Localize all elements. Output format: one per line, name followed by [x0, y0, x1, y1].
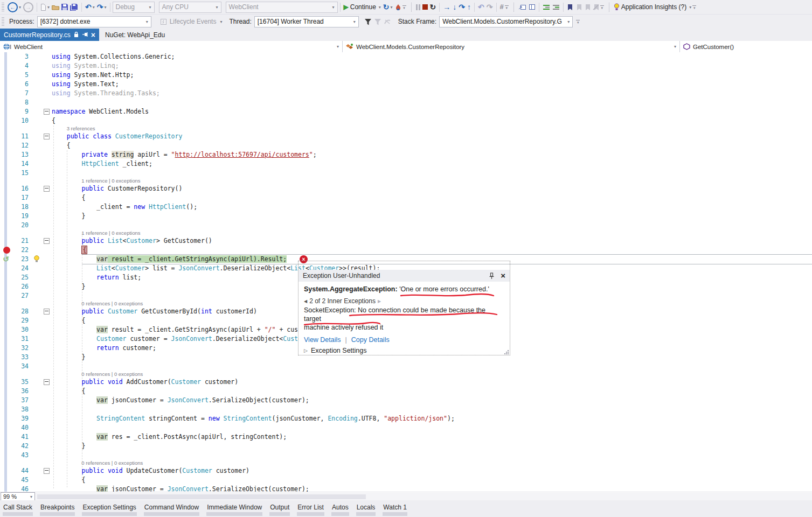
- stack-frame-combobox[interactable]: WebClient.Models.CustomerRepository.G▾: [439, 16, 573, 27]
- outline-margin[interactable]: [32, 466, 52, 476]
- breakpoint-margin[interactable]: [0, 98, 14, 107]
- prev-inner-icon[interactable]: ◀: [304, 299, 307, 304]
- continue-button[interactable]: ▶ Continue▾: [343, 1, 382, 13]
- outline-margin[interactable]: [32, 405, 52, 414]
- outline-margin[interactable]: [32, 141, 52, 150]
- filter-flagged-button[interactable]: [373, 16, 383, 27]
- breakpoint-margin[interactable]: [0, 80, 14, 89]
- breakpoint-margin[interactable]: [0, 485, 14, 492]
- lifecycle-events-button[interactable]: Lifecycle Events▾: [159, 16, 224, 27]
- outline-margin[interactable]: [32, 184, 52, 193]
- breakpoint-margin[interactable]: [0, 466, 14, 476]
- breakpoint-margin[interactable]: [0, 107, 14, 116]
- breakpoint-margin[interactable]: [0, 52, 14, 61]
- close-icon[interactable]: ×: [91, 32, 95, 38]
- panel-tab-watch-1[interactable]: Watch 1: [383, 500, 407, 516]
- view-details-link[interactable]: View Details: [304, 336, 341, 344]
- breakpoint-margin[interactable]: [0, 353, 14, 362]
- save-button[interactable]: [60, 1, 69, 13]
- panel-tab-call-stack[interactable]: Call Stack: [3, 500, 33, 516]
- new-file-button[interactable]: ▾: [39, 1, 51, 13]
- breakpoint-margin[interactable]: [0, 442, 14, 451]
- breakpoint-margin[interactable]: [0, 387, 14, 396]
- resize-grip[interactable]: [504, 350, 509, 354]
- outline-margin[interactable]: [32, 98, 52, 107]
- breakpoint-margin[interactable]: [0, 132, 14, 141]
- breakpoint-margin[interactable]: [0, 71, 14, 80]
- outline-margin[interactable]: [32, 451, 52, 460]
- breakpoint-margin[interactable]: [0, 89, 14, 98]
- breakpoint-margin[interactable]: [0, 202, 14, 212]
- outline-margin[interactable]: [32, 334, 52, 344]
- outline-margin[interactable]: [32, 291, 52, 301]
- type-dropdown[interactable]: WebClient.Models.CustomerRepository ▾: [343, 41, 680, 52]
- outline-margin[interactable]: [32, 362, 52, 371]
- stop-button[interactable]: [421, 1, 429, 13]
- horizontal-scrollbar[interactable]: [35, 493, 812, 501]
- clear-bookmarks-button[interactable]: ▾: [592, 1, 606, 13]
- panel-tab-command-window[interactable]: Command Window: [144, 500, 199, 516]
- breakpoint-margin[interactable]: ↺: [0, 255, 14, 264]
- breakpoint-margin[interactable]: [0, 193, 14, 202]
- redo-button[interactable]: ↷▾: [96, 1, 108, 13]
- tab-nuget[interactable]: NuGet: WebApi_Edu: [99, 29, 171, 41]
- pin-icon[interactable]: [489, 273, 494, 280]
- outline-margin[interactable]: [32, 202, 52, 212]
- breakpoint-margin[interactable]: [0, 362, 14, 371]
- outline-margin[interactable]: [32, 212, 52, 221]
- outline-margin[interactable]: [32, 159, 52, 169]
- filter-threads-button[interactable]: [363, 16, 373, 27]
- breakpoint-margin[interactable]: [0, 221, 14, 230]
- codelens-annotation[interactable]: 1 reference | 0 exceptions: [0, 230, 812, 236]
- panel-tab-exception-settings[interactable]: Exception Settings: [82, 500, 136, 516]
- outline-margin[interactable]: [32, 71, 52, 80]
- breakpoint-options-button[interactable]: #▾: [499, 1, 511, 13]
- fold-toggle[interactable]: [44, 134, 50, 139]
- navigate-back-button[interactable]: ←▾: [6, 1, 22, 13]
- outline-margin[interactable]: [32, 344, 52, 353]
- outline-margin[interactable]: [32, 353, 52, 362]
- panel-tab-output[interactable]: Output: [269, 500, 290, 516]
- outline-margin[interactable]: [32, 80, 52, 89]
- breakpoint-margin[interactable]: [0, 116, 14, 125]
- outline-margin[interactable]: [32, 89, 52, 98]
- pause-button[interactable]: [415, 1, 421, 13]
- thread-combobox[interactable]: [16704] Worker Thread▾: [254, 16, 359, 27]
- zoom-combobox[interactable]: 99 %▾: [1, 492, 35, 501]
- project-dropdown[interactable]: WebClient ▾: [0, 41, 343, 52]
- breakpoint-margin[interactable]: [0, 344, 14, 353]
- next-inner-icon[interactable]: ▶: [378, 299, 381, 304]
- member-dropdown[interactable]: GetCustomer(): [680, 41, 812, 52]
- outline-margin[interactable]: [32, 246, 52, 255]
- outline-margin[interactable]: [32, 325, 52, 334]
- panel-tab-locals[interactable]: Locals: [356, 500, 376, 516]
- suppress-state-button[interactable]: [383, 16, 392, 27]
- lightbulb-icon[interactable]: [33, 255, 40, 263]
- breakpoint-margin[interactable]: [0, 307, 14, 316]
- breakpoint-margin[interactable]: [0, 282, 14, 291]
- outline-margin[interactable]: [32, 116, 52, 125]
- save-all-button[interactable]: [69, 1, 79, 13]
- outline-margin[interactable]: [32, 476, 52, 485]
- breakpoint-margin[interactable]: [0, 476, 14, 485]
- breakpoint-margin[interactable]: [0, 316, 14, 325]
- window-layout-button[interactable]: [527, 1, 537, 13]
- breakpoint-margin[interactable]: [0, 451, 14, 460]
- outline-margin[interactable]: [32, 150, 52, 159]
- toggle-bookmark-button[interactable]: [566, 1, 574, 13]
- outline-margin[interactable]: [32, 236, 52, 246]
- codelens-annotation[interactable]: 1 reference | 0 exceptions: [0, 178, 812, 184]
- window-dock-button[interactable]: [517, 1, 527, 13]
- codelens-annotation[interactable]: 0 references | 0 exceptions: [0, 460, 812, 466]
- breakpoint-margin[interactable]: [0, 378, 14, 387]
- breakpoint-margin[interactable]: [0, 334, 14, 344]
- outline-margin[interactable]: [32, 396, 52, 405]
- breakpoint-margin[interactable]: [0, 246, 14, 255]
- close-icon[interactable]: ×: [501, 272, 505, 280]
- step-out-button[interactable]: ↑: [466, 1, 472, 13]
- exception-settings-expander[interactable]: ▷ Exception Settings: [299, 344, 510, 354]
- pin-icon[interactable]: [82, 32, 88, 38]
- breakpoint-margin[interactable]: [0, 432, 14, 442]
- outline-margin[interactable]: [32, 52, 52, 61]
- fold-toggle[interactable]: [44, 238, 50, 244]
